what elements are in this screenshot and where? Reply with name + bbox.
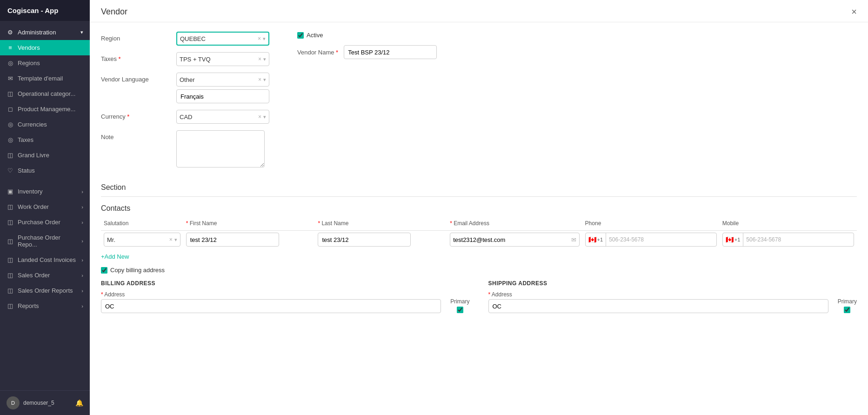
- username: demouser_5: [23, 400, 72, 406]
- col-email: Email Address: [447, 218, 582, 231]
- taxes-clear-icon[interactable]: ×: [258, 56, 261, 62]
- sidebar-item-landed-cost[interactable]: ◫ Landed Cost Invoices ›: [0, 252, 90, 268]
- billing-address-block: BILLING ADDRESS Address Primary: [101, 280, 470, 313]
- tax-icon: ◎: [7, 136, 14, 143]
- salutation-cell: Mr. × ▾: [101, 231, 183, 249]
- active-checkbox[interactable]: [297, 32, 304, 39]
- salutation-clear-icon[interactable]: ×: [169, 236, 173, 243]
- salutation-select[interactable]: Mr. × ▾: [104, 233, 180, 247]
- phone-flag[interactable]: 🇨🇦 +1: [586, 233, 607, 246]
- shipping-address-input[interactable]: [488, 299, 828, 313]
- last-name-cell: [315, 231, 447, 249]
- language-secondary-input[interactable]: [176, 89, 269, 103]
- region-clear-icon[interactable]: ×: [258, 35, 261, 42]
- billing-address-label: Address: [101, 291, 441, 298]
- settings-icon: ⚙: [7, 29, 14, 36]
- work-order-icon: ◫: [7, 203, 14, 210]
- language-clear-icon[interactable]: ×: [258, 76, 261, 83]
- sidebar-item-sales-order[interactable]: ◫ Sales Order ›: [0, 268, 90, 283]
- last-name-input[interactable]: [318, 233, 411, 247]
- chevron-right-icon: ›: [81, 189, 83, 194]
- shipping-primary-label: Primary: [838, 298, 857, 305]
- sales-reports-icon: ◫: [7, 287, 14, 294]
- add-new-button[interactable]: + Add New: [101, 253, 129, 260]
- sidebar-item-sales-order-reports[interactable]: ◫ Sales Order Reports ›: [0, 283, 90, 298]
- sidebar-item-purchase-order-reports[interactable]: ◫ Purchase Order Repo... ›: [0, 230, 90, 252]
- contacts-title: Contacts: [101, 204, 857, 213]
- phone-input[interactable]: [606, 236, 716, 243]
- contacts-table: Salutation First Name Last Name Email Ad…: [101, 218, 857, 248]
- heart-icon: ♡: [7, 167, 14, 174]
- currency-dropdown-icon[interactable]: ▾: [263, 114, 266, 120]
- sidebar-item-grand-livre[interactable]: ◫ Grand Livre: [0, 147, 90, 163]
- mobile-flag[interactable]: 🇨🇦 +1: [723, 233, 744, 246]
- shipping-primary-col: Primary: [838, 298, 857, 313]
- phone-wrapper: 🇨🇦 +1: [585, 233, 717, 247]
- sidebar-item-work-order[interactable]: ◫ Work Order ›: [0, 199, 90, 214]
- sidebar-item-administration[interactable]: ⚙ Administration ▾: [0, 25, 90, 40]
- page-title: Vendor: [101, 7, 127, 17]
- notification-bell-icon[interactable]: 🔔: [75, 399, 83, 407]
- billing-address-input[interactable]: [101, 299, 441, 313]
- region-dropdown-icon[interactable]: ▾: [263, 36, 266, 42]
- email-wrapper: ✉: [450, 233, 579, 247]
- taxes-label: Taxes: [101, 52, 171, 62]
- vendor-name-input[interactable]: [344, 45, 437, 59]
- landed-cost-icon: ◫: [7, 256, 14, 263]
- category-icon: ◫: [7, 90, 14, 97]
- col-last-name: Last Name: [315, 218, 447, 231]
- note-textarea[interactable]: [176, 130, 265, 167]
- billing-primary-checkbox[interactable]: [457, 307, 463, 313]
- book-icon: ◫: [7, 152, 14, 159]
- sales-icon: ◫: [7, 272, 14, 279]
- currency-select[interactable]: CAD × ▾: [176, 110, 269, 124]
- close-button[interactable]: ×: [851, 7, 857, 17]
- addresses-row: BILLING ADDRESS Address Primary SHIPPING…: [101, 280, 857, 313]
- sidebar-item-reports[interactable]: ◫ Reports ›: [0, 298, 90, 314]
- shipping-address-field: Address: [488, 291, 828, 313]
- sidebar-item-vendors[interactable]: ≡ Vendors: [0, 40, 90, 55]
- shipping-primary-checkbox[interactable]: [844, 307, 850, 313]
- sidebar-item-taxes[interactable]: ◎ Taxes: [0, 132, 90, 147]
- language-dropdown-icon[interactable]: ▾: [263, 77, 266, 83]
- salutation-dropdown-icon[interactable]: ▾: [174, 237, 177, 243]
- taxes-dropdown-icon[interactable]: ▾: [263, 56, 266, 62]
- product-icon: ◻: [7, 106, 14, 113]
- vendor-language-label: Vendor Language: [101, 73, 171, 83]
- chevron-right-icon: ›: [81, 238, 83, 244]
- active-label: Active: [307, 32, 323, 39]
- currency-clear-icon[interactable]: ×: [258, 114, 261, 120]
- first-name-input[interactable]: [186, 233, 279, 247]
- table-row: Mr. × ▾: [101, 231, 857, 249]
- plus-icon: +: [101, 253, 105, 260]
- sidebar-item-operational[interactable]: ◫ Operational categor...: [0, 86, 90, 101]
- chevron-right-icon: ›: [81, 288, 83, 294]
- report-icon: ◫: [7, 302, 14, 309]
- form-header: Vendor ×: [90, 0, 868, 22]
- sidebar-item-status[interactable]: ♡ Status: [0, 163, 90, 178]
- taxes-select[interactable]: TPS + TVQ × ▾: [176, 52, 269, 66]
- billing-primary-label: Primary: [450, 298, 469, 305]
- chevron-right-icon: ›: [81, 220, 83, 225]
- section-divider: [101, 196, 857, 197]
- inventory-icon: ▣: [7, 188, 14, 195]
- chevron-down-icon: ▾: [80, 29, 83, 35]
- email-input[interactable]: [450, 236, 568, 243]
- canada-flag-mobile-icon: 🇨🇦: [726, 236, 734, 243]
- mobile-input[interactable]: [743, 236, 854, 243]
- note-label: Note: [101, 130, 171, 141]
- sidebar-item-regions[interactable]: ◎ Regions: [0, 55, 90, 71]
- sidebar-item-template-email[interactable]: ✉ Template d'email: [0, 71, 90, 86]
- sidebar-item-inventory[interactable]: ▣ Inventory ›: [0, 184, 90, 199]
- sidebar-item-currencies[interactable]: ◎ Currencies: [0, 117, 90, 132]
- billing-primary-col: Primary: [450, 298, 469, 313]
- canada-flag-icon: 🇨🇦: [588, 236, 596, 243]
- vendor-language-select[interactable]: Other × ▾: [176, 73, 269, 87]
- col-mobile: Mobile: [720, 218, 857, 231]
- sidebar-item-product[interactable]: ◻ Product Manageme...: [0, 101, 90, 117]
- sidebar-item-purchase-order[interactable]: ◫ Purchase Order ›: [0, 214, 90, 230]
- region-select[interactable]: QUEBEC × ▾: [176, 32, 269, 46]
- vendor-name-label: Vendor Name: [297, 49, 338, 56]
- menu-icon: ≡: [7, 44, 14, 51]
- copy-billing-checkbox[interactable]: [101, 267, 107, 274]
